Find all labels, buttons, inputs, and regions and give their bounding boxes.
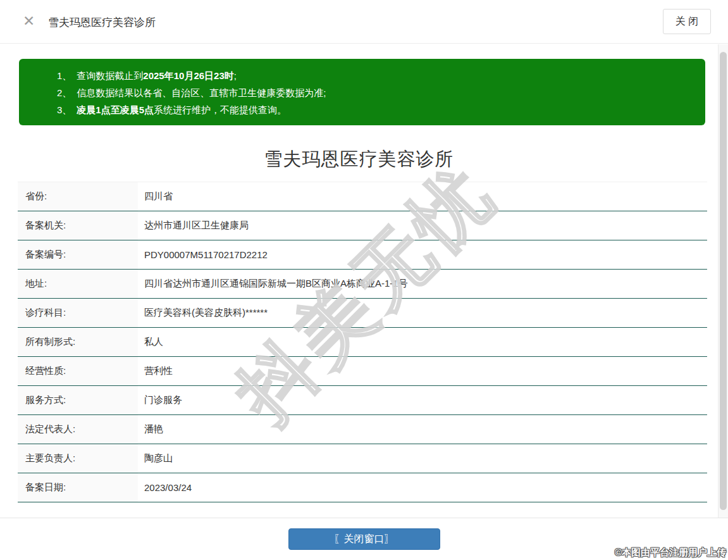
table-row: 备案编号: PDY00007M51170217D2212 <box>18 240 707 270</box>
dialog-header: ✕ 雪夫玛恩医疗美容诊所 关 闭 <box>0 0 728 44</box>
table-row: 省份: 四川省 <box>18 182 707 211</box>
notice-item-3: 3、凌晨1点至凌晨5点系统进行维护，不能提供查询。 <box>57 101 705 118</box>
clinic-name-title: 雪夫玛恩医疗美容诊所 <box>0 147 718 172</box>
notice-item-text: 系统进行维护，不能提供查询。 <box>154 104 287 115</box>
table-row: 法定代表人: 潘艳 <box>18 415 707 444</box>
info-table: 省份: 四川省 备案机关: 达州市通川区卫生健康局 备案编号: PDY00007… <box>18 182 707 502</box>
table-row: 所有制形式: 私人 <box>18 328 707 357</box>
field-label: 诊疗科目: <box>18 299 138 327</box>
field-label: 法定代表人: <box>18 415 138 444</box>
field-label: 备案编号: <box>18 240 138 269</box>
field-value: 门诊服务 <box>138 386 707 414</box>
field-label: 备案机关: <box>18 211 138 240</box>
field-label: 省份: <box>18 182 138 211</box>
close-window-button[interactable]: 〖关闭窗口〗 <box>288 528 440 550</box>
notice-item-number: 2、 <box>57 87 71 98</box>
scrollbar-thumb[interactable] <box>720 52 727 510</box>
field-label: 主要负责人: <box>18 444 138 473</box>
table-row: 备案日期: 2023/03/24 <box>18 473 707 502</box>
field-value: 四川省 <box>138 182 707 211</box>
notice-item-bold: 凌晨1点至凌晨5点 <box>77 104 154 115</box>
table-row: 地址: 四川省达州市通川区通锦国际新城一期B区商业A栋商业A-1-1号 <box>18 270 707 299</box>
notice-item-bold: 2025年10月26日23时 <box>143 70 233 81</box>
notice-item-text: ; <box>234 70 237 81</box>
notice-banner: 1、查询数据截止到2025年10月26日23时; 2、信息数据结果以各省、自治区… <box>19 59 705 125</box>
field-value: 2023/03/24 <box>138 473 707 502</box>
field-value: 营利性 <box>138 357 707 385</box>
field-value: 四川省达州市通川区通锦国际新城一期B区商业A栋商业A-1-1号 <box>138 270 707 298</box>
scrollbar[interactable] <box>718 44 728 518</box>
field-label: 经营性质: <box>18 357 138 385</box>
field-value: 医疗美容科(美容皮肤科)****** <box>138 299 707 327</box>
table-row: 经营性质: 营利性 <box>18 357 707 386</box>
field-value: 潘艳 <box>138 415 707 444</box>
field-value: 私人 <box>138 328 707 356</box>
table-row: 主要负责人: 陶彦山 <box>18 444 707 473</box>
field-label: 地址: <box>18 270 138 298</box>
field-label: 备案日期: <box>18 473 138 502</box>
notice-item-1: 1、查询数据截止到2025年10月26日23时; <box>57 67 705 84</box>
field-value: PDY00007M51170217D2212 <box>138 240 707 269</box>
notice-item-text: 查询数据截止到 <box>77 70 143 81</box>
close-button[interactable]: 关 闭 <box>663 9 711 34</box>
table-row: 备案机关: 达州市通川区卫生健康局 <box>18 211 707 240</box>
notice-item-number: 3、 <box>57 104 71 115</box>
field-value: 陶彦山 <box>138 444 707 473</box>
footer-divider <box>0 518 728 518</box>
close-icon[interactable]: ✕ <box>23 14 35 28</box>
field-label: 服务方式: <box>18 386 138 414</box>
notice-item-2: 2、信息数据结果以各省、自治区、直辖市卫生健康委数据为准; <box>57 84 705 101</box>
notice-item-number: 1、 <box>57 70 71 81</box>
field-value: 达州市通川区卫生健康局 <box>138 211 707 240</box>
copyright-watermark: ©本图由平台注册用户上传 <box>615 547 726 559</box>
dialog: ✕ 雪夫玛恩医疗美容诊所 关 闭 1、查询数据截止到2025年10月26日23时… <box>0 0 728 560</box>
notice-item-text: 信息数据结果以各省、自治区、直辖市卫生健康委数据为准; <box>77 87 326 98</box>
table-row: 诊疗科目: 医疗美容科(美容皮肤科)****** <box>18 299 707 328</box>
dialog-title: 雪夫玛恩医疗美容诊所 <box>48 15 156 30</box>
table-row: 服务方式: 门诊服务 <box>18 386 707 415</box>
field-label: 所有制形式: <box>18 328 138 356</box>
